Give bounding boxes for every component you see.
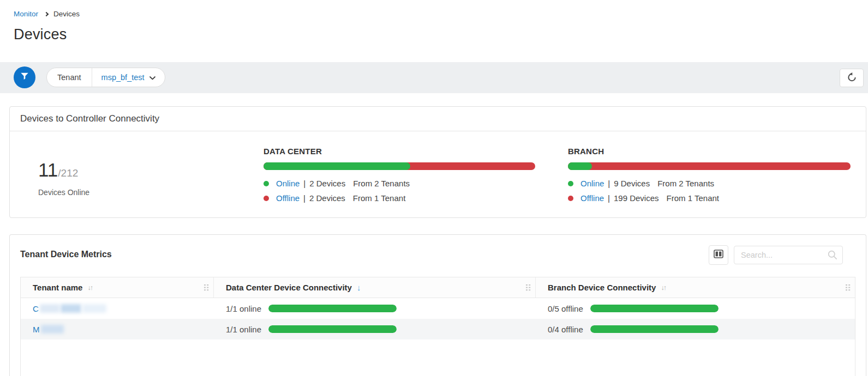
offline-devices: 2 Devices (309, 193, 345, 203)
branch-online-legend: Online | 9 Devices From 2 Tenants (568, 176, 851, 191)
branch-connectivity-bar (590, 325, 719, 333)
red-dot-icon (568, 196, 573, 201)
tenant-name-cell: M (21, 325, 214, 334)
tenant-name-link[interactable]: M (33, 325, 40, 334)
branch-connectivity-text: 0/5 offline (548, 304, 583, 313)
tenant-name-cell: C (21, 304, 214, 313)
devices-connectivity-card: Devices to Controller Connectivity 11 /2… (9, 106, 866, 218)
data-center-online-legend: Online | 2 Devices From 2 Tenants (264, 176, 535, 191)
data-center-section: DATA CENTER Online | 2 Devices From 2 Te… (264, 147, 535, 205)
online-link[interactable]: Online (580, 179, 604, 188)
branch-connectivity-cell: 0/4 offline (536, 325, 855, 334)
chevron-right-icon (44, 11, 49, 16)
bar-fill (268, 305, 397, 312)
funnel-icon (20, 71, 29, 83)
bar-fill (268, 325, 397, 333)
sort-icon[interactable]: ↓↑ (661, 284, 666, 292)
column-selector-button[interactable] (709, 245, 728, 265)
table-row: C 1/1 online 0/5 offline (21, 298, 855, 319)
data-center-stacked-bar (264, 162, 535, 170)
data-center-offline-legend: Offline | 2 Devices From 1 Tenant (264, 191, 535, 205)
column-drag-handle-icon[interactable] (204, 284, 209, 291)
column-label: Branch Device Connectivity (548, 283, 656, 292)
online-devices: 9 Devices (614, 179, 650, 188)
redacted-text (41, 325, 64, 333)
reset-filters-button[interactable] (840, 69, 864, 87)
redacted-text (82, 304, 106, 313)
dc-connectivity-text: 1/1 online (226, 325, 261, 334)
table-row: M 1/1 online 0/4 offline (21, 319, 855, 339)
dc-connectivity-text: 1/1 online (226, 304, 261, 313)
search-input[interactable] (734, 246, 843, 264)
sort-desc-icon[interactable]: ↓ (357, 283, 361, 292)
table-search (734, 246, 843, 264)
data-center-online-segment (264, 162, 410, 170)
offline-tenants: From 1 Tenant (353, 193, 405, 203)
breadcrumb-monitor-link[interactable]: Monitor (14, 10, 38, 18)
offline-link[interactable]: Offline (276, 193, 300, 203)
data-center-label: DATA CENTER (264, 147, 535, 156)
undo-icon (847, 72, 857, 84)
filter-bar: Tenant msp_bf_test (0, 62, 868, 93)
bar-fill (590, 325, 719, 333)
separator: | (303, 193, 306, 203)
dc-connectivity-bar (268, 305, 397, 312)
sort-icon[interactable]: ↓↑ (87, 284, 92, 292)
dc-connectivity-cell: 1/1 online (214, 325, 536, 334)
tenant-filter-label: Tenant (47, 68, 92, 87)
dc-connectivity-bar (268, 325, 397, 333)
dc-connectivity-cell: 1/1 online (214, 304, 536, 313)
table-header-row: Tenant name ↓↑ Data Center Device Connec… (21, 277, 855, 298)
offline-link[interactable]: Offline (580, 193, 604, 203)
redacted-text (61, 304, 81, 313)
column-drag-handle-icon[interactable] (526, 284, 531, 291)
columns-icon (714, 250, 723, 260)
total-count: /212 (58, 167, 78, 179)
column-label: Tenant name (33, 283, 82, 292)
branch-stacked-bar (568, 162, 851, 170)
breadcrumb: Monitor Devices (14, 10, 868, 18)
tenant-name-link[interactable]: C (33, 304, 39, 313)
column-header-dc-connectivity[interactable]: Data Center Device Connectivity ↓ (214, 277, 536, 298)
filter-button[interactable] (14, 66, 35, 88)
tenant-filter-pill: Tenant msp_bf_test (46, 68, 165, 87)
branch-connectivity-cell: 0/5 offline (536, 304, 855, 313)
column-header-branch-connectivity[interactable]: Branch Device Connectivity ↓↑ (536, 277, 855, 298)
page-header: Monitor Devices Devices (0, 0, 868, 43)
branch-section: BRANCH Online | 9 Devices From 2 Tenants… (568, 147, 851, 205)
green-dot-icon (264, 181, 269, 186)
tenant-filter-dropdown[interactable]: msp_bf_test (92, 68, 165, 87)
branch-connectivity-bar (590, 305, 719, 312)
branch-offline-legend: Offline | 199 Devices From 1 Tenant (568, 191, 851, 205)
offline-devices: 199 Devices (614, 193, 659, 203)
branch-online-segment (568, 162, 592, 170)
tenant-metrics-table: Tenant name ↓↑ Data Center Device Connec… (20, 277, 855, 376)
separator: | (608, 193, 610, 203)
breadcrumb-current: Devices (53, 10, 80, 18)
page-title: Devices (14, 26, 868, 43)
online-tenants: From 2 Tenants (353, 179, 410, 188)
chevron-down-icon (149, 73, 155, 82)
search-icon (827, 250, 838, 263)
column-label: Data Center Device Connectivity (226, 283, 352, 292)
online-tenants: From 2 Tenants (657, 179, 714, 188)
column-drag-handle-icon[interactable] (846, 284, 851, 291)
online-devices: 2 Devices (309, 179, 345, 188)
online-link[interactable]: Online (276, 179, 300, 188)
online-caption: Devices Online (38, 188, 89, 197)
offline-tenants: From 1 Tenant (667, 193, 719, 203)
redacted-text (40, 304, 59, 313)
connectivity-card-title: Devices to Controller Connectivity (10, 107, 866, 131)
branch-connectivity-text: 0/4 offline (548, 325, 583, 334)
devices-online-summary: 11 /212 Devices Online (38, 160, 89, 197)
green-dot-icon (568, 181, 573, 186)
separator: | (303, 179, 306, 188)
separator: | (608, 179, 610, 188)
online-count: 11 (38, 160, 58, 179)
column-header-tenant-name[interactable]: Tenant name ↓↑ (21, 277, 214, 298)
bar-fill (590, 305, 719, 312)
tenant-filter-value: msp_bf_test (101, 73, 145, 82)
red-dot-icon (264, 196, 269, 201)
tenant-device-metrics-card: Tenant Device Metrics Tenant name ↓↑ (9, 234, 866, 376)
metrics-card-title: Tenant Device Metrics (20, 250, 112, 259)
